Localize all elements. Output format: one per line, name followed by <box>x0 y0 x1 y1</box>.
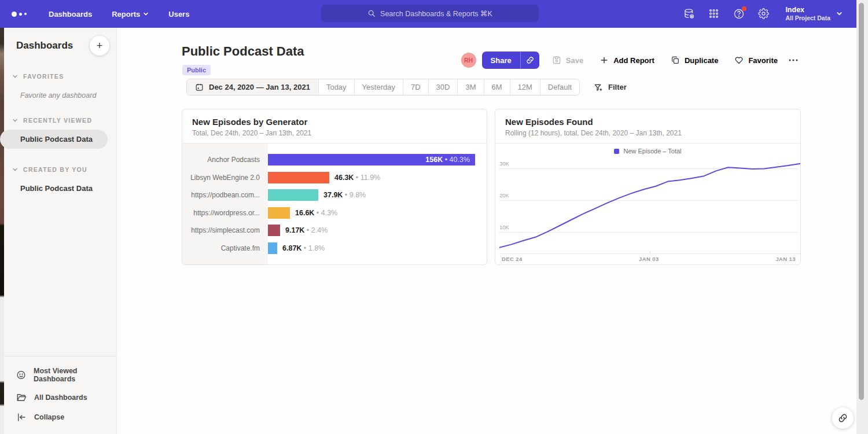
x-tick-mark <box>650 251 650 253</box>
page-title: Public Podcast Data <box>182 44 304 59</box>
date-controls: Dec 24, 2020 — Jan 13, 2021 Today Yester… <box>186 79 627 95</box>
nav-item-dashboards[interactable]: Dashboards <box>49 10 92 19</box>
calendar-icon <box>195 83 204 91</box>
page-scrollbar <box>856 0 868 434</box>
public-badge: Public <box>182 65 211 75</box>
smiley-icon <box>16 370 26 380</box>
apps-grid-icon[interactable] <box>708 8 720 20</box>
x-tick: JAN 03 <box>639 256 659 262</box>
sidebar-item-public-podcast-data[interactable]: Public Podcast Data <box>0 130 108 149</box>
add-report-button[interactable]: Add Report <box>591 52 663 69</box>
date-range-picker[interactable]: Dec 24, 2020 — Jan 13, 2021 <box>187 79 318 95</box>
plus-icon <box>599 56 609 65</box>
mixpanel-logo[interactable] <box>12 12 35 17</box>
settings-gear-icon[interactable] <box>758 8 770 20</box>
folder-icon <box>16 392 27 403</box>
bar[interactable] <box>268 225 280 236</box>
card-subtitle: Rolling (12 hours), total, Dec 24th, 202… <box>505 129 790 137</box>
preset-3m[interactable]: 3M <box>457 79 483 95</box>
bar-row[interactable]: Anchor Podcasts 156K • 40.3% <box>182 151 487 169</box>
project-subtitle: All Project Data <box>785 14 830 23</box>
sidebar-item-public-podcast-data-2[interactable]: Public Podcast Data <box>4 179 116 198</box>
save-button[interactable]: Save <box>544 52 591 69</box>
bar[interactable] <box>268 242 277 254</box>
notification-dot <box>742 6 746 11</box>
preset-7d[interactable]: 7D <box>403 79 428 95</box>
navbar-right: Index All Project Data <box>683 0 843 28</box>
legend-swatch <box>614 149 619 154</box>
bar[interactable] <box>268 189 318 201</box>
preset-30d[interactable]: 30D <box>428 79 458 95</box>
top-navbar: Dashboards Reports Users Search Dashboar… <box>0 0 856 28</box>
project-switcher[interactable]: Index All Project Data <box>785 5 843 23</box>
card-title: New Episodes Found <box>505 117 790 127</box>
favorite-button[interactable]: Favorite <box>726 52 786 69</box>
date-range-group: Dec 24, 2020 — Jan 13, 2021 Today Yester… <box>186 79 580 95</box>
chevron-down-icon <box>12 73 18 79</box>
section-label: RECENTLY VIEWED <box>23 117 92 124</box>
bar-value: 9.17K • 2.4% <box>285 226 328 234</box>
bar-row[interactable]: https://simplecast.com 9.17K • 2.4% <box>182 222 487 240</box>
preset-default[interactable]: Default <box>540 79 579 95</box>
collapse-sidebar-button[interactable]: Collapse <box>4 407 116 427</box>
bar[interactable] <box>268 207 290 219</box>
heart-icon <box>734 56 744 65</box>
bar-category-label: Captivate.fm <box>182 244 268 252</box>
bar-row[interactable]: Captivate.fm 6.87K • 1.8% <box>182 240 487 258</box>
bar-chart: Anchor Podcasts 156K • 40.3% Libsyn WebE… <box>182 144 487 264</box>
chart-legend[interactable]: New Episode – Total <box>495 148 800 155</box>
search-placeholder: Search Dashboards & Reports ⌘K <box>380 9 492 18</box>
report-card-new-episodes-by-generator[interactable]: New Episodes by Generator Total, Dec 24t… <box>182 109 487 265</box>
collapse-icon <box>16 412 27 422</box>
help-icon[interactable] <box>733 8 745 20</box>
preset-today[interactable]: Today <box>318 79 354 95</box>
chevron-down-icon <box>12 117 18 123</box>
more-options-button[interactable] <box>786 56 801 64</box>
bar[interactable]: 156K • 40.3% <box>268 154 475 165</box>
section-created-by-you[interactable]: CREATED BY YOU <box>4 166 116 173</box>
floating-link-button[interactable] <box>832 407 854 429</box>
section-label: FAVORITES <box>23 73 64 80</box>
bar[interactable] <box>268 172 329 183</box>
x-tick: DEC 24 <box>502 256 523 262</box>
header-actions: RH Share Save Add Report Duplicate Favor… <box>461 52 801 69</box>
data-management-icon[interactable] <box>683 8 695 20</box>
most-viewed-dashboards-button[interactable]: Most Viewed Dashboards <box>4 362 116 388</box>
chevron-down-icon <box>12 167 18 172</box>
scrollbar-thumb[interactable] <box>859 3 864 400</box>
bar-category-label: Anchor Podcasts <box>182 156 268 164</box>
chevron-down-icon <box>836 10 843 17</box>
avatar[interactable]: RH <box>461 53 476 68</box>
preset-yesterday[interactable]: Yesterday <box>354 79 403 95</box>
card-subtitle: Total, Dec 24th, 2020 – Jan 13th, 2021 <box>192 129 477 137</box>
main-content: Public Podcast Data Public RH Share Save… <box>117 28 856 434</box>
filter-icon <box>594 83 603 92</box>
section-favorites[interactable]: FAVORITES <box>4 73 116 80</box>
add-dashboard-button[interactable]: + <box>90 36 109 56</box>
ellipsis-icon <box>788 56 799 64</box>
filter-button[interactable]: Filter <box>594 83 627 92</box>
report-card-new-episodes-found[interactable]: New Episodes Found Rolling (12 hours), t… <box>495 109 801 265</box>
sidebar-footer: Most Viewed Dashboards All Dashboards Co… <box>4 356 116 434</box>
bar-row[interactable]: Libsyn WebEngine 2.0 46.3K • 11.9% <box>182 169 487 187</box>
card-header: New Episodes by Generator Total, Dec 24t… <box>182 109 487 144</box>
line-series[interactable] <box>499 157 800 255</box>
duplicate-button[interactable]: Duplicate <box>663 52 727 69</box>
sidebar-title: Dashboards <box>16 40 73 52</box>
project-name: Index <box>785 5 830 14</box>
save-icon <box>552 56 561 65</box>
background-page-strip <box>0 28 4 434</box>
share-button[interactable]: Share <box>482 52 539 69</box>
all-dashboards-button[interactable]: All Dashboards <box>4 388 116 407</box>
nav-item-reports[interactable]: Reports <box>112 10 149 19</box>
bar-category-label: https://simplecast.com <box>182 226 268 234</box>
preset-6m[interactable]: 6M <box>484 79 510 95</box>
preset-12m[interactable]: 12M <box>510 79 540 95</box>
nav-links: Dashboards Reports Users <box>49 10 189 19</box>
nav-item-users[interactable]: Users <box>168 10 189 19</box>
bar-row[interactable]: https://wordpress.or... 16.6K • 4.3% <box>182 204 487 222</box>
copy-link-button[interactable] <box>520 52 539 69</box>
search-input[interactable]: Search Dashboards & Reports ⌘K <box>321 5 539 22</box>
section-recently-viewed[interactable]: RECENTLY VIEWED <box>4 117 116 124</box>
bar-row[interactable]: https://podbean.com... 37.9K • 9.8% <box>182 186 487 204</box>
